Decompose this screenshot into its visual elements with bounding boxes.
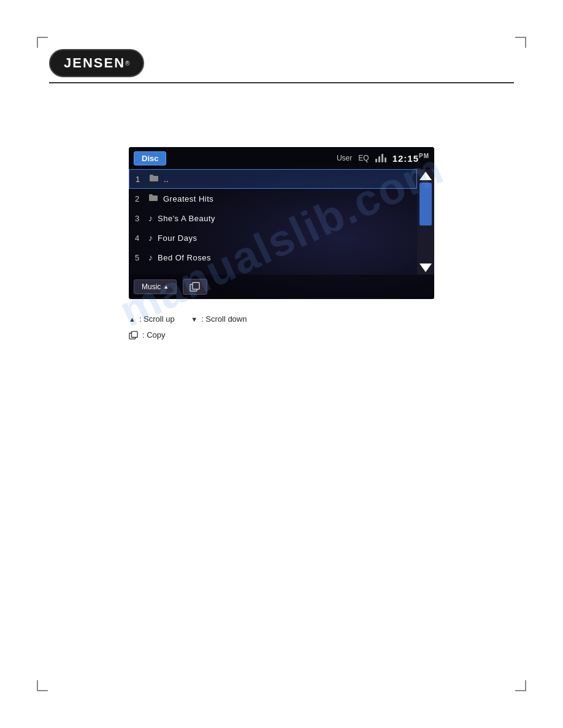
file-item-name: Greatest Hits — [163, 194, 213, 203]
copy-icon — [190, 282, 201, 292]
file-item-number: 4 — [135, 233, 144, 243]
music-icon: ♪ — [148, 213, 153, 223]
user-label: User — [337, 154, 352, 162]
top-bar-right: User EQ 12:15PM — [337, 153, 429, 164]
screen-wrapper: Disc User EQ 12:15PM 1..2Greatest Hits3♪… — [129, 147, 434, 299]
file-item-number: 5 — [135, 253, 144, 262]
file-item-name: Bed Of Roses — [158, 253, 211, 262]
scroll-up-arrow[interactable] — [419, 172, 432, 180]
file-list: 1..2Greatest Hits3♪She's A Beauty4♪Four … — [129, 169, 417, 275]
file-item-number: 3 — [135, 214, 144, 223]
music-button[interactable]: Music ▲ — [134, 279, 177, 294]
eq-bar-4 — [385, 157, 386, 162]
svg-rect-1 — [193, 282, 199, 289]
annotation-copy-row: : Copy — [129, 328, 247, 342]
header-divider — [49, 82, 514, 83]
folder-icon — [148, 194, 158, 203]
corner-mark-tl — [37, 37, 48, 48]
annotations: ▲ : Scroll up ▼ : Scroll down : Copy — [129, 313, 247, 344]
svg-rect-3 — [132, 332, 138, 338]
logo-text: JENSEN — [64, 55, 125, 71]
music-icon: ♪ — [148, 233, 153, 243]
file-item[interactable]: 3♪She's A Beauty — [129, 208, 417, 228]
screen: Disc User EQ 12:15PM 1..2Greatest Hits3♪… — [129, 147, 434, 299]
scroll-down-arrow[interactable] — [419, 264, 432, 272]
logo-reg: ® — [125, 60, 129, 67]
annotation-up-arrow: ▲ — [129, 314, 136, 325]
file-item-name: She's A Beauty — [158, 214, 215, 223]
eq-bars-icon — [375, 154, 386, 162]
file-item[interactable]: 6♪Too Much — [129, 267, 417, 275]
file-item-name: Four Days — [158, 233, 197, 243]
scroll-thumb[interactable] — [419, 183, 432, 226]
file-item[interactable]: 5♪Bed Of Roses — [129, 248, 417, 267]
eq-bar-1 — [375, 159, 377, 162]
corner-mark-bl — [37, 680, 48, 691]
music-label: Music — [142, 282, 161, 291]
copy-button[interactable] — [183, 279, 207, 295]
file-item-name: .. — [164, 175, 169, 184]
file-item-number: 2 — [135, 194, 144, 203]
file-item[interactable]: 1.. — [129, 169, 417, 189]
scrollbar-track — [417, 169, 434, 275]
corner-mark-tr — [515, 37, 526, 48]
corner-mark-br — [515, 680, 526, 691]
music-arrow-icon: ▲ — [163, 284, 169, 290]
annotation-copy-icon — [129, 331, 139, 339]
annotation-down-arrow: ▼ — [191, 314, 197, 325]
eq-bar-3 — [381, 154, 383, 162]
clock-ampm: PM — [419, 153, 429, 159]
annotation-up-text: : Scroll up — [139, 313, 175, 326]
bottom-bar: Music ▲ — [129, 275, 434, 299]
file-item-number: 1 — [136, 175, 144, 184]
header: JENSEN® — [49, 49, 514, 83]
eq-label: EQ — [358, 154, 369, 162]
eq-bar-2 — [378, 156, 380, 162]
jensen-logo: JENSEN® — [49, 49, 144, 77]
annotation-down-text: : Scroll down — [201, 313, 247, 326]
file-item[interactable]: 4♪Four Days — [129, 228, 417, 248]
disc-button[interactable]: Disc — [134, 151, 166, 165]
clock: 12:15PM — [393, 153, 429, 164]
folder-icon — [149, 174, 159, 184]
annotation-copy-text: : Copy — [142, 328, 166, 342]
music-icon: ♪ — [148, 252, 153, 262]
annotation-up-row: ▲ : Scroll up ▼ : Scroll down — [129, 313, 247, 326]
file-item[interactable]: 2Greatest Hits — [129, 189, 417, 208]
top-bar: Disc User EQ 12:15PM — [129, 147, 434, 169]
